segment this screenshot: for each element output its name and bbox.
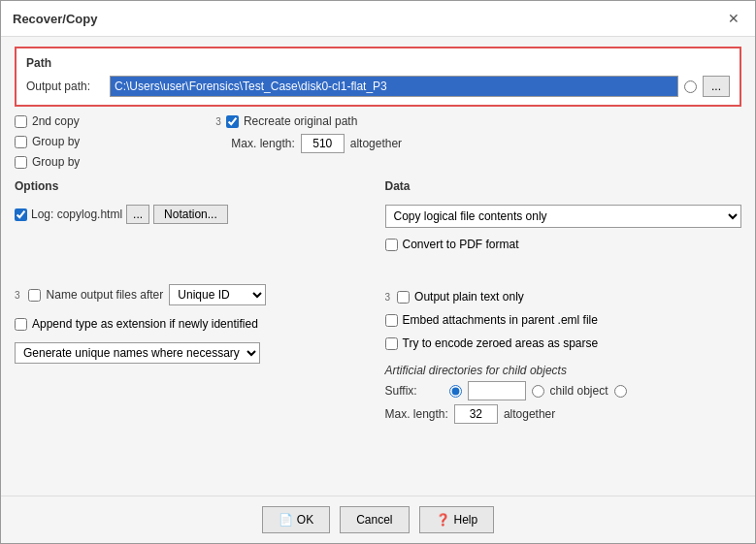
- convert-pdf-label: Convert to PDF format: [403, 238, 519, 251]
- cancel-button[interactable]: Cancel: [340, 506, 409, 533]
- output-plain-checkbox[interactable]: [397, 291, 410, 304]
- artificial-max-length-input[interactable]: [454, 404, 498, 424]
- name-output-number: 3: [15, 290, 20, 301]
- group-by-2-row: Group by: [15, 155, 80, 169]
- output-path-input[interactable]: [110, 76, 678, 97]
- second-copy-label: 2nd copy: [32, 114, 80, 128]
- max-length-input[interactable]: [301, 134, 345, 153]
- append-type-label: Append type as extension if newly identi…: [32, 317, 258, 331]
- recover-copy-dialog: Recover/Copy ✕ Path Output path: ... 2nd…: [0, 0, 756, 544]
- group-by-2-checkbox[interactable]: [15, 156, 27, 169]
- group-by-1-label: Group by: [32, 135, 80, 148]
- suffix-row: Suffix: child object: [385, 381, 742, 400]
- close-button[interactable]: ✕: [724, 9, 743, 28]
- log-row: Log: copylog.html ... Notation...: [15, 205, 372, 224]
- suffix-label: Suffix:: [385, 384, 444, 398]
- main-content: Options Log: copylog.html ... Notation..…: [15, 179, 741, 486]
- group-by-1-row: Group by: [15, 135, 80, 148]
- second-copy-checkbox[interactable]: [15, 115, 27, 128]
- suffix-radio-3[interactable]: [614, 385, 627, 398]
- output-plain-label: Output plain text only: [414, 290, 524, 304]
- recreate-number: 3: [215, 116, 221, 127]
- ok-icon: 📄: [279, 513, 293, 527]
- generate-unique-row: Generate unique names where necessary: [15, 342, 372, 364]
- help-icon: ❓: [436, 513, 450, 527]
- artificial-title: Artificial directories for child objects: [385, 364, 742, 377]
- embed-row: Embed attachments in parent .eml file: [385, 313, 742, 327]
- name-output-label: Name output files after: [47, 288, 164, 302]
- left-panel: Options Log: copylog.html ... Notation..…: [15, 179, 372, 486]
- group-by-1-checkbox[interactable]: [15, 136, 27, 148]
- data-dropdown[interactable]: Copy logical file contents only Copy phy…: [386, 206, 741, 227]
- recreate-checkbox[interactable]: [226, 115, 239, 128]
- recreate-section: 3 Recreate original path Max. length: al…: [118, 114, 402, 172]
- suffix-radio-2[interactable]: [532, 385, 544, 398]
- ok-button[interactable]: 📄 OK: [262, 506, 330, 533]
- name-output-row: 3 Name output files after Unique ID: [15, 284, 372, 305]
- embed-checkbox[interactable]: [385, 314, 398, 327]
- artificial-altogether-label: altogether: [504, 407, 555, 421]
- recreate-label: Recreate original path: [244, 114, 357, 128]
- append-type-checkbox[interactable]: [15, 318, 27, 331]
- child-object-label: child object: [550, 384, 608, 398]
- log-checkbox[interactable]: [15, 208, 27, 221]
- generate-unique-dropdown[interactable]: Generate unique names where necessary: [15, 342, 260, 364]
- help-label: Help: [454, 513, 478, 527]
- path-section: Path Output path: ...: [15, 47, 741, 107]
- artificial-max-length-label: Max. length:: [385, 407, 448, 421]
- ok-label: OK: [297, 513, 313, 527]
- options-section-title: Options: [15, 179, 372, 193]
- artificial-section: Artificial directories for child objects…: [385, 364, 742, 424]
- spacer: [15, 230, 372, 259]
- right-panel: Data Copy logical file contents only Cop…: [385, 179, 742, 486]
- path-radio[interactable]: [684, 80, 697, 93]
- sparse-row: Try to encode zeroed areas as sparse: [385, 336, 742, 350]
- generate-dropdown-container: Generate unique names where necessary: [15, 342, 372, 364]
- path-row: Output path: ...: [26, 76, 730, 97]
- output-plain-row: 3 Output plain text only: [385, 290, 742, 304]
- data-dropdown-container: Copy logical file contents only Copy phy…: [385, 205, 742, 228]
- append-type-row: Append type as extension if newly identi…: [15, 317, 372, 331]
- output-plain-number: 3: [385, 292, 391, 303]
- title-bar: Recover/Copy ✕: [1, 1, 755, 37]
- max-length-label: Max. length:: [231, 137, 294, 150]
- help-button[interactable]: ❓ Help: [419, 506, 495, 533]
- convert-pdf-row: Convert to PDF format: [385, 238, 742, 251]
- output-path-label: Output path:: [26, 80, 104, 93]
- altogether-label: altogether: [350, 137, 402, 150]
- path-section-title: Path: [26, 56, 730, 70]
- recreate-row: 3 Recreate original path: [215, 114, 402, 128]
- sparse-label: Try to encode zeroed areas as sparse: [403, 336, 599, 350]
- log-label: Log: copylog.html: [31, 208, 122, 221]
- name-output-checkbox[interactable]: [28, 289, 41, 302]
- data-section-title: Data: [385, 179, 742, 193]
- suffix-radio-1[interactable]: [449, 385, 462, 398]
- embed-label: Embed attachments in parent .eml file: [403, 313, 598, 327]
- group-by-2-label: Group by: [32, 155, 80, 169]
- top-options-row: 2nd copy Group by Group by 3 Recreate or…: [15, 114, 741, 172]
- spacer2: [385, 257, 742, 276]
- log-ellipsis-button[interactable]: ...: [126, 205, 149, 224]
- dialog-title: Recover/Copy: [13, 12, 97, 26]
- notation-button[interactable]: Notation...: [153, 205, 228, 224]
- convert-pdf-checkbox[interactable]: [385, 239, 398, 251]
- max-length-suffix-row: Max. length: altogether: [385, 404, 742, 424]
- sparse-checkbox[interactable]: [385, 337, 398, 350]
- suffix-text-input[interactable]: [468, 381, 526, 400]
- left-checkboxes: 2nd copy Group by Group by: [15, 114, 80, 172]
- second-copy-row: 2nd copy: [15, 114, 80, 128]
- browse-button[interactable]: ...: [703, 76, 730, 97]
- dialog-body: Path Output path: ... 2nd copy Group by: [1, 37, 755, 496]
- name-output-dropdown[interactable]: Unique ID: [169, 284, 266, 305]
- footer: 📄 OK Cancel ❓ Help: [1, 496, 755, 543]
- max-length-row: Max. length: altogether: [215, 134, 402, 153]
